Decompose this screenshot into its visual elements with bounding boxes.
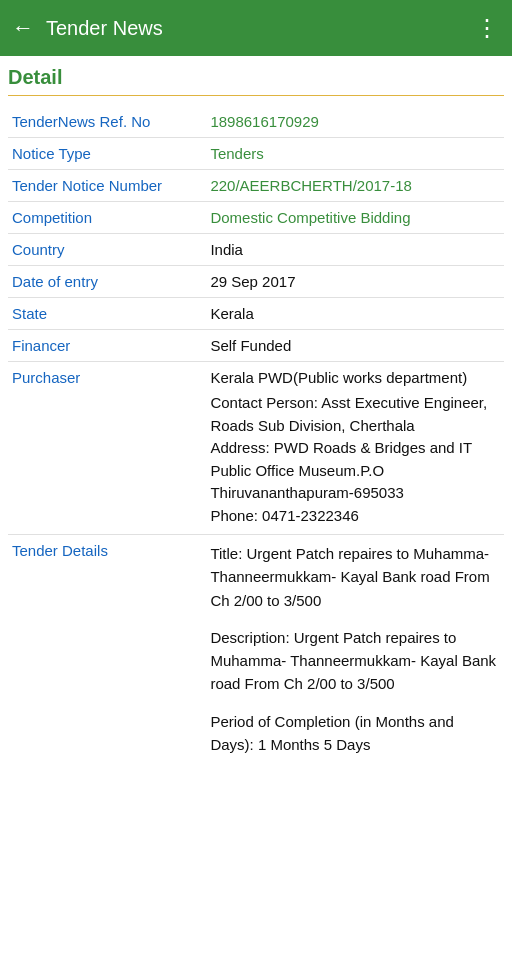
tender-details-table: Tender Details Title: Urgent Patch repai…: [8, 535, 504, 777]
row-value: Self Funded: [206, 330, 504, 362]
row-value: Tenders: [206, 138, 504, 170]
row-value: 220/AEERBCHERTH/2017-18: [206, 170, 504, 202]
tender-title-block: Title: Urgent Patch repaires to Muhamma-…: [210, 542, 500, 612]
app-header: ← Tender News ⋮: [0, 0, 512, 56]
row-value: 1898616170929: [206, 106, 504, 138]
purchaser-label: Purchaser: [8, 362, 206, 535]
table-row: Tender Notice Number220/AEERBCHERTH/2017…: [8, 170, 504, 202]
table-row: Date of entry29 Sep 2017: [8, 266, 504, 298]
row-value: Domestic Competitive Bidding: [206, 202, 504, 234]
table-row: StateKerala: [8, 298, 504, 330]
table-row: CompetitionDomestic Competitive Bidding: [8, 202, 504, 234]
header-left: ← Tender News: [12, 15, 163, 41]
row-label: TenderNews Ref. No: [8, 106, 206, 138]
purchaser-org: Kerala PWD(Public works department): [210, 369, 500, 386]
header-title: Tender News: [46, 17, 163, 40]
tender-details-label: Tender Details: [8, 535, 206, 777]
detail-table: TenderNews Ref. No1898616170929Notice Ty…: [8, 106, 504, 362]
purchaser-table: Purchaser Kerala PWD(Public works depart…: [8, 362, 504, 535]
purchaser-row: Purchaser Kerala PWD(Public works depart…: [8, 362, 504, 535]
section-title: Detail: [8, 66, 504, 96]
overflow-menu-icon[interactable]: ⋮: [475, 14, 500, 42]
row-label: Tender Notice Number: [8, 170, 206, 202]
row-label: Competition: [8, 202, 206, 234]
tender-description-block: Description: Urgent Patch repaires to Mu…: [210, 626, 500, 696]
tender-details-value: Title: Urgent Patch repaires to Muhamma-…: [206, 535, 504, 777]
detail-content: Detail TenderNews Ref. No1898616170929No…: [0, 56, 512, 797]
row-label: Notice Type: [8, 138, 206, 170]
table-row: CountryIndia: [8, 234, 504, 266]
table-row: Notice TypeTenders: [8, 138, 504, 170]
table-row: FinancerSelf Funded: [8, 330, 504, 362]
row-label: Financer: [8, 330, 206, 362]
row-value: 29 Sep 2017: [206, 266, 504, 298]
purchaser-contact: Contact Person: Asst Executive Engineer,…: [210, 392, 500, 527]
row-label: Country: [8, 234, 206, 266]
back-button[interactable]: ←: [12, 15, 34, 41]
tender-period-block: Period of Completion (in Months and Days…: [210, 710, 500, 757]
row-label: State: [8, 298, 206, 330]
row-value: Kerala: [206, 298, 504, 330]
table-row: TenderNews Ref. No1898616170929: [8, 106, 504, 138]
row-value: India: [206, 234, 504, 266]
row-label: Date of entry: [8, 266, 206, 298]
purchaser-value: Kerala PWD(Public works department) Cont…: [206, 362, 504, 535]
tender-details-row: Tender Details Title: Urgent Patch repai…: [8, 535, 504, 777]
